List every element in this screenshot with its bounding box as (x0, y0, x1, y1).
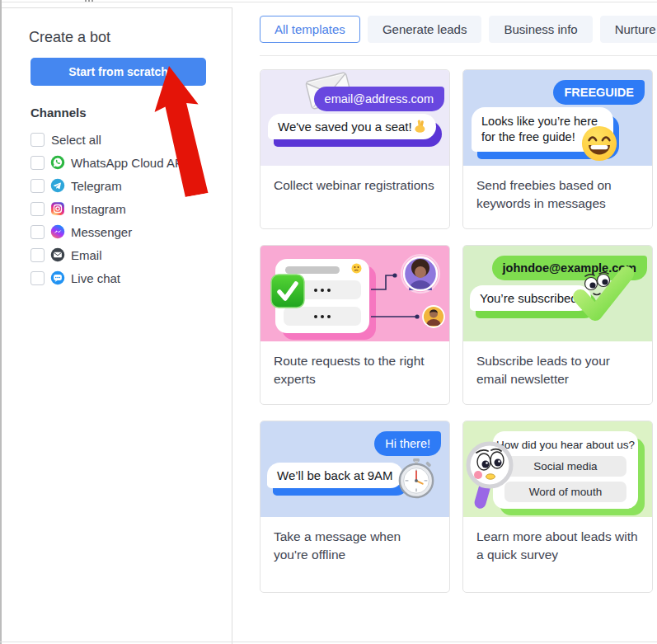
template-grid: email@address.com We've saved you a seat… (260, 69, 653, 593)
livechat-checkbox[interactable] (31, 271, 45, 285)
whatsapp-checkbox[interactable] (31, 156, 45, 170)
channel-label: Messenger (71, 225, 132, 239)
card-illustration (260, 246, 449, 341)
channel-list: Select all WhatsApp Cloud API Telegram (31, 128, 220, 289)
channel-row-instagram[interactable]: Instagram (31, 197, 220, 220)
page-title: Create a bot (29, 29, 110, 46)
template-card-freebies[interactable]: FREEGUIDE Looks like you’re here for the… (462, 69, 653, 229)
channel-label: Email (71, 248, 102, 262)
telegram-checkbox[interactable] (31, 179, 45, 193)
template-caption: Subscribe leads to your email newsletter (463, 341, 652, 388)
create-bot-page: Create a bot Start from scratch Channels… (0, 0, 657, 644)
crossed-fingers-icon (414, 120, 426, 133)
tab-all-templates[interactable]: All templates (260, 16, 360, 43)
survey-option: Social media (504, 456, 626, 477)
messenger-icon (50, 224, 65, 239)
drag-handle-dots (85, 0, 95, 3)
card-illustration: How did you hear about us? Social media … (463, 421, 652, 517)
grinning-face-icon (580, 125, 618, 162)
woman-avatar (401, 254, 440, 294)
channels-heading: Channels (31, 106, 87, 120)
instagram-icon (50, 201, 65, 216)
template-card-offline[interactable]: Hi there! We’ll be back at 9AM (260, 421, 450, 593)
template-caption: Route requests to the right experts (260, 341, 449, 388)
card-illustration: Hi there! We’ll be back at 9AM (260, 421, 449, 517)
channel-row-whatsapp[interactable]: WhatsApp Cloud API (31, 151, 220, 174)
telegram-icon (50, 178, 65, 193)
tab-generate-leads[interactable]: Generate leads (368, 16, 482, 43)
tab-nurture-leads[interactable]: Nurture leads (600, 16, 657, 43)
bottom-divider (0, 642, 657, 642)
instagram-checkbox[interactable] (31, 202, 45, 216)
select-all-checkbox[interactable] (31, 133, 45, 147)
tab-business-info[interactable]: Business info (489, 16, 592, 43)
create-bot-sidebar: Create a bot Start from scratch Channels… (2, 7, 232, 644)
channel-label: Instagram (71, 202, 126, 216)
template-card-route[interactable]: Route requests to the right experts (260, 245, 450, 405)
template-card-newsletter[interactable]: johndoe@example.com You’re subscribed! (462, 245, 653, 405)
template-card-survey[interactable]: How did you hear about us? Social media … (462, 421, 653, 593)
survey-option: Word of mouth (504, 482, 626, 502)
template-tabs: All templates Generate leads Business in… (260, 16, 657, 43)
man-avatar (422, 305, 445, 328)
channel-row-livechat[interactable]: Live chat (31, 266, 220, 289)
channel-row-select-all[interactable]: Select all (31, 128, 220, 151)
card-illustration: johndoe@example.com You’re subscribed! (463, 246, 652, 341)
template-caption: Send freebies based on keywords in messa… (463, 166, 652, 213)
template-caption: Collect webinar registrations (260, 166, 449, 195)
whatsapp-icon (50, 155, 65, 170)
tabs-divider (260, 55, 657, 56)
email-checkbox[interactable] (31, 248, 45, 262)
magnifier-character-icon (463, 441, 516, 515)
channel-row-messenger[interactable]: Messenger (31, 220, 220, 243)
sent-bubble: Hi there! (374, 431, 441, 456)
sent-bubble: FREEGUIDE (553, 80, 645, 105)
livechat-icon (50, 270, 65, 285)
card-illustration: email@address.com We've saved you a seat… (260, 70, 449, 166)
sent-bubble: email@address.com (314, 87, 444, 111)
check-character-icon (569, 264, 636, 327)
stopwatch-icon (397, 458, 435, 499)
received-bubble: We’ll be back at 9AM (267, 463, 403, 488)
card-illustration: FREEGUIDE Looks like you’re here for the… (463, 70, 652, 166)
messenger-checkbox[interactable] (31, 225, 45, 239)
channel-label: Telegram (71, 179, 122, 193)
channel-label: Select all (51, 133, 101, 147)
received-bubble: We've saved you a seat! (268, 114, 436, 139)
email-icon (50, 247, 65, 262)
template-caption: Learn more about leads with a quick surv… (463, 517, 652, 564)
start-from-scratch-button[interactable]: Start from scratch (31, 58, 206, 86)
channel-row-email[interactable]: Email (31, 243, 220, 266)
channel-label: WhatsApp Cloud API (71, 156, 186, 170)
template-card-webinar[interactable]: email@address.com We've saved you a seat… (260, 69, 450, 229)
template-caption: Take a message when you're offline (260, 517, 449, 564)
channel-label: Live chat (71, 271, 120, 285)
templates-panel: All templates Generate leads Business in… (233, 0, 657, 644)
channel-row-telegram[interactable]: Telegram (31, 174, 220, 197)
green-check-icon (270, 274, 305, 308)
